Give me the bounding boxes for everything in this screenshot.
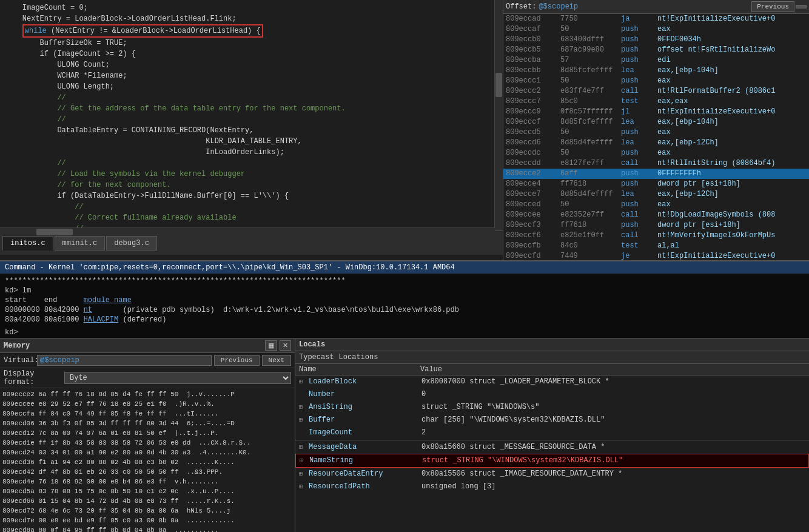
locals-value: struct _STRING "\WINDOWS\s" [421,402,805,412]
memory-grid-button[interactable]: ▦ [265,340,277,351]
disasm-row[interactable]: 809ecccf8d85fcfeffffleaeax,[ebp-104h] [503,117,809,127]
locals-row[interactable]: ⊞LoaderBlock0x80087000 struct _LOADER_PA… [295,375,809,388]
disasm-bytes: 8d85d4feffff [560,189,621,200]
locals-toolbar-button[interactable]: Typecast [299,353,334,362]
disasm-mnem: call [621,86,657,96]
disasm-row[interactable]: 809eccf6e825e1f0ffcallnt!MmVerifyImageIs… [503,231,809,241]
locals-expand-icon[interactable]: ⊞ [300,456,308,466]
locals-rows-container: ⊞LoaderBlock0x80087000 struct _LOADER_PA… [295,375,809,493]
disasm-row[interactable]: 809eccba57pushedi [503,55,809,66]
disasm-operand: eax,[ebp-104h] [657,117,807,127]
disasm-row[interactable]: 809eccbb8d85fcfeffffleaeax,[ebp-104h] [503,66,809,76]
locals-row[interactable]: ⊞MessageData0x80a15660 struct _MESSAGE_R… [295,441,809,454]
disasm-prev-button[interactable]: Previous [751,1,794,12]
disasm-row[interactable]: 809eccc90f8c57ffffffjlnt!ExpInitializeEx… [503,107,809,117]
code-scrollbar-h-thumb[interactable] [36,229,73,235]
code-line: ULONG Count; [0,59,503,70]
locals-toolbar-button[interactable]: Locations [339,353,378,362]
code-line: ImageCount = 0; [0,2,503,13]
locals-row[interactable]: ⊞ResourceIdPathunsigned long [3] [295,480,809,493]
disasm-bytes: 50 [560,200,621,210]
locals-row[interactable]: ⊞ResourceDataEntry0x80a15506 struct _IMA… [295,468,809,480]
disasm-mnem: je [621,251,657,260]
disasm-row[interactable]: 809eccf3ff7618pushdword ptr [esi+18h] [503,220,809,231]
disasm-next-button[interactable] [796,5,807,8]
locals-value: 2 [421,428,805,438]
memory-data-line: 809ecd1e ff 1f 8b 43 58 83 38 58 72 06 5… [2,438,292,448]
disasm-row[interactable]: 809ecceee82352e7ffcallnt!DbgLoadImageSym… [503,210,809,220]
memory-data-line: 809ecd24 03 34 01 00 a1 90 e2 80 a0 8d 4… [2,448,292,457]
code-tab[interactable]: mminit.c [55,236,106,251]
locals-name: ImageCount [309,428,421,438]
disasm-addr: 809eccc9 [506,107,560,117]
disasm-row[interactable]: 809eccb0683400dfffpush0FFDF0034h [503,35,809,45]
disasm-bytes: 7449 [560,251,621,260]
code-scrollbar-thumb[interactable] [495,73,502,97]
cmd-halacpim-link[interactable]: HALACPIM [84,315,119,324]
cmd-prompt: kd> [5,328,18,337]
locals-title-bar: Locals [295,338,809,351]
disasm-row[interactable]: 809eccad7750jant!ExpInitializeExecutive+… [503,14,809,24]
disasm-mnem: push [621,35,657,45]
disasm-row[interactable]: 809eccd68d85d4feffffleaeax,[ebp-12Ch] [503,138,809,148]
cmd-module-name-link[interactable]: module name [84,296,132,305]
disasm-row[interactable]: 809eccd550pusheax [503,127,809,138]
memory-data-line: 809eccee e8 29 52 e7 ff 76 18 e8 25 e1 f… [2,399,292,409]
locals-expand-icon[interactable]: ⊞ [299,469,307,479]
disasm-row[interactable]: 809ecce78d85d4feffffleaeax,[ebp-12Ch] [503,189,809,200]
cmd-line: 80800000 80a42000 nt (private pdb symbol… [5,305,804,315]
cmd-line: start end module name [5,295,804,305]
disasm-bytes: 7750 [560,14,621,24]
disasm-operand: 0FFDF0034h [657,35,807,45]
locals-row[interactable]: ⊞Bufferchar [256] "\WINDOWS\system32\KDB… [295,414,809,426]
disasm-row[interactable]: 809eccb5687ac99e80pushoffset nt!FsRtlIni… [503,45,809,55]
locals-row[interactable]: Number0 [295,388,809,401]
locals-row[interactable]: ⊞AnsiStringstruct _STRING "\WINDOWS\s" [295,401,809,414]
disasm-row[interactable]: 809eccc785c0testeax,eax [503,96,809,107]
disasm-addr: 809ecce7 [506,189,560,200]
disasm-bytes: 6aff [560,169,621,179]
code-line: // [0,92,503,103]
disasm-row[interactable]: 809eccc2e83ff4e7ffcallnt!RtlFormatBuffer… [503,86,809,96]
locals-expand-icon[interactable]: ⊞ [299,482,307,492]
disasm-row[interactable]: 809eccfd7449jent!ExpInitializeExecutive+… [503,251,809,260]
code-scrollbar-h[interactable] [0,227,495,236]
locals-row[interactable]: ImageCount2 [295,426,809,439]
disasm-mnem: push [621,200,657,210]
disasm-row[interactable]: 809eccdc50pusheax [503,148,809,158]
disasm-bytes: 57 [560,55,621,66]
disasm-offset-value: @$scopeip [539,2,751,11]
memory-virtual-input[interactable] [37,355,212,366]
disasm-mnem: ja [621,14,657,24]
disasm-operand: eax [657,24,807,35]
code-line: // [0,201,503,212]
cmd-title: Command - Kernel 'com:pipe,resets=0,reco… [0,261,809,274]
disasm-row[interactable]: 809eccfb84c0testal,al [503,241,809,251]
locals-expand-icon[interactable]: ⊞ [299,377,307,387]
code-line: ULONG Length; [0,81,503,92]
cmd-input[interactable] [21,328,804,337]
code-line: // for the next component. [0,180,503,190]
disasm-row[interactable]: 809ecce26affpush0FFFFFFFFh [503,169,809,179]
locals-expand-icon[interactable]: ⊞ [299,415,307,425]
disasm-operand: eax [657,76,807,86]
disasm-row[interactable]: 809eccdde8127fe7ffcallnt!RtlInitString (… [503,158,809,169]
disasm-row[interactable]: 809ecce4ff7618pushdword ptr [esi+18h] [503,179,809,189]
code-tab[interactable]: debug3.c [106,236,157,251]
disasm-row[interactable]: 809ecced50pusheax [503,200,809,210]
cmd-nt-link[interactable]: nt [84,306,92,314]
locals-expand-icon[interactable]: ⊞ [299,442,307,453]
code-tab[interactable]: initos.c [2,236,53,251]
disasm-row[interactable]: 809eccaf50pusheax [503,24,809,35]
memory-close-button[interactable]: ✕ [280,340,291,351]
locals-value: char [256] "\WINDOWS\system32\KDBAZIS.DL… [421,415,805,425]
memory-prev-button[interactable]: Previous [214,355,260,366]
code-scrollbar-v[interactable] [494,0,503,231]
disasm-addr: 809eccc7 [506,96,560,107]
locals-row[interactable]: ⊞NameStringstruct _STRING "\WINDOWS\syst… [295,454,809,468]
locals-expand-icon[interactable]: ⊞ [299,402,307,412]
memory-format-select[interactable]: Byte Short Long Quad [64,372,291,384]
disasm-row[interactable]: 809eccc150pusheax [503,76,809,86]
memory-data-line: 809ecce2 6a ff ff 76 18 8d 85 d4 fe ff f… [2,389,292,399]
memory-next-button[interactable]: Next [262,355,291,366]
